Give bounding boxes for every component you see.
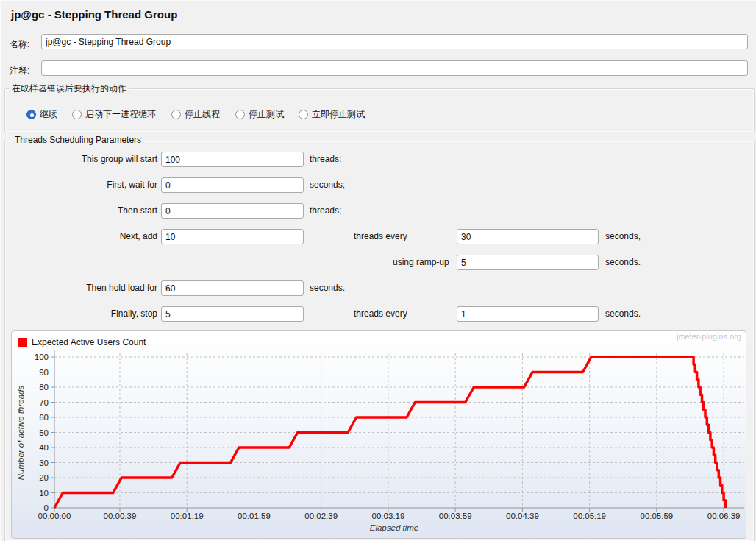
chart-x-tick-label: 00:00:00 [38, 512, 71, 520]
chart-y-tick-label: 20 [39, 473, 49, 482]
error-action-group-title: 在取样器错误后要执行的动作 [9, 82, 129, 95]
chart-x-tick-label: 00:05:19 [573, 512, 606, 520]
chart-x-tick-label: 00:03:59 [439, 512, 472, 520]
radio-option-label: 停止线程 [185, 108, 220, 121]
param-suffix-5: seconds. [310, 280, 345, 296]
comment-label: 注释: [10, 65, 29, 77]
chart-y-tick-label: 60 [39, 413, 49, 422]
name-input[interactable] [41, 34, 748, 49]
radio-option-3[interactable]: 停止测试 [235, 109, 284, 119]
chart-y-tick-label: 90 [39, 368, 49, 377]
error-action-group: 在取样器错误后要执行的动作 继续启动下一进程循环停止线程停止测试立即停止测试 [4, 88, 755, 132]
chart-y-tick-label: 30 [39, 459, 49, 467]
param-input-6[interactable] [161, 306, 304, 322]
chart-legend: Expected Active Users Count [18, 337, 146, 347]
chart-y-tick-label: 40 [39, 443, 49, 452]
param-suffix2-4: seconds. [605, 255, 641, 270]
param-suffix2-3: seconds, [605, 229, 641, 244]
param-label-1: First, wait for [11, 177, 157, 193]
radio-option-0[interactable]: 继续 [26, 109, 57, 119]
radio-unselected-icon[interactable] [299, 110, 308, 119]
radio-option-label: 继续 [40, 108, 57, 121]
param-input-2[interactable] [161, 203, 304, 219]
param-label-6: Finally, stop [11, 306, 157, 322]
param-suffix2-6: seconds. [605, 306, 641, 322]
chart-x-tick-label: 00:04:39 [506, 512, 539, 520]
param-input2-3[interactable] [457, 229, 599, 244]
chart-y-tick-label: 10 [39, 489, 49, 498]
param-input2-4[interactable] [457, 255, 599, 270]
param-suffix-1: seconds; [310, 177, 345, 193]
radio-option-label: 停止测试 [249, 108, 284, 121]
radio-unselected-icon[interactable] [72, 110, 82, 119]
param-label-0: This group will start [11, 152, 157, 167]
page-title: jp@gc - Stepping Thread Group [11, 8, 177, 21]
param-input-3[interactable] [161, 229, 304, 244]
legend-swatch-icon [18, 338, 27, 347]
radio-option-2[interactable]: 停止线程 [171, 109, 220, 119]
param-label-2: Then start [11, 203, 157, 219]
param-label2-3: threads every [354, 229, 407, 244]
chart-y-tick-label: 80 [39, 383, 49, 392]
chart-x-tick-label: 00:01:19 [171, 512, 204, 520]
radio-option-label: 立即停止测试 [312, 108, 365, 121]
preview-chart: 010203040506070809010000:00:0000:00:3900… [12, 331, 746, 539]
chart-y-tick-label: 100 [35, 353, 49, 361]
legend-label: Expected Active Users Count [32, 337, 146, 347]
param-input-5[interactable] [161, 280, 304, 296]
chart-x-tick-label: 00:06:39 [707, 512, 741, 520]
param-label2-4: using ramp-up [393, 255, 449, 270]
param-label-3: Next, add [11, 229, 157, 244]
radio-option-1[interactable]: 启动下一进程循环 [72, 109, 156, 119]
param-input-1[interactable] [161, 177, 304, 193]
preview-chart-panel: 010203040506070809010000:00:0000:00:3900… [11, 330, 746, 539]
scheduling-group-title: Threads Scheduling Parameters [12, 135, 144, 145]
stepping-thread-group-panel: jp@gc - Stepping Thread Group 名称: 注释: 在取… [0, 0, 756, 541]
name-label: 名称: [10, 38, 29, 51]
chart-y-tick-label: 70 [39, 398, 49, 407]
radio-option-4[interactable]: 立即停止测试 [299, 109, 365, 119]
chart-watermark: jmeter-plugins.org [677, 332, 741, 341]
chart-x-tick-label: 00:00:39 [104, 512, 137, 520]
radio-unselected-icon[interactable] [235, 110, 245, 119]
param-input2-6[interactable] [457, 306, 599, 322]
param-suffix-2: threads; [310, 203, 341, 219]
chart-x-tick-label: 00:01:59 [238, 512, 271, 520]
chart-x-tick-label: 00:05:59 [640, 512, 673, 520]
param-label2-6: threads every [354, 306, 407, 322]
param-suffix-0: threads: [310, 152, 341, 167]
comment-input[interactable] [41, 60, 748, 76]
radio-unselected-icon[interactable] [171, 110, 181, 119]
param-input-0[interactable] [161, 152, 304, 167]
chart-x-tick-label: 00:03:19 [372, 512, 405, 520]
chart-y-tick-label: 50 [39, 428, 49, 437]
chart-x-axis-title: Elapsed time [370, 523, 418, 532]
radio-selected-icon[interactable] [26, 110, 36, 119]
chart-x-tick-label: 00:02:39 [304, 512, 338, 520]
param-label-5: Then hold load for [11, 280, 157, 296]
radio-option-label: 启动下一进程循环 [85, 108, 156, 121]
chart-y-axis-title: Number of active threads [16, 386, 25, 481]
